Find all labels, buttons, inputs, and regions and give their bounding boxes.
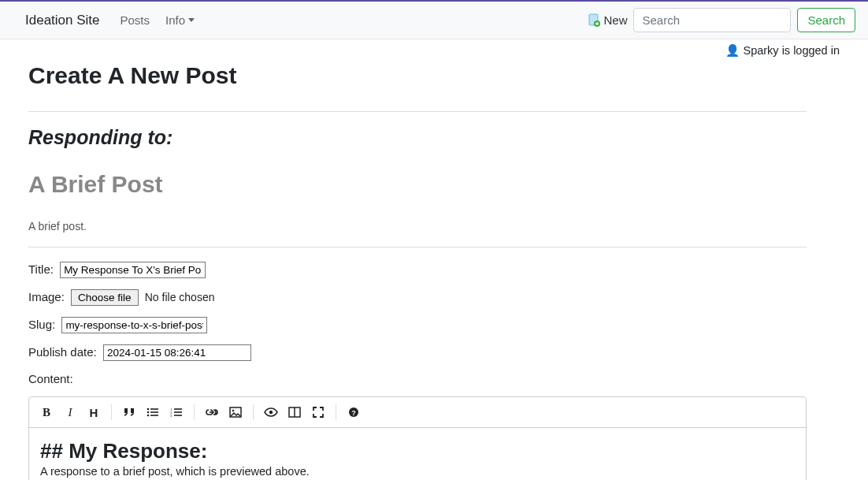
login-text: Sparky is logged in xyxy=(743,44,840,57)
content-label: Content: xyxy=(28,372,73,385)
editor-textarea[interactable]: ## My Response: A response to a brief po… xyxy=(29,428,806,480)
svg-point-3 xyxy=(147,411,150,414)
navbar: Ideation Site Posts Info New Search xyxy=(0,2,868,39)
publish-row: Publish date: xyxy=(28,344,807,361)
responding-label: Responding to: xyxy=(28,126,807,149)
bold-button[interactable]: B xyxy=(35,402,57,422)
choose-file-button[interactable]: Choose file xyxy=(71,289,139,306)
fullscreen-button[interactable] xyxy=(307,402,329,422)
preview-button[interactable] xyxy=(260,402,282,422)
title-label: Title: xyxy=(28,262,54,276)
main-container: Create A New Post Responding to: A Brief… xyxy=(0,62,835,480)
editor-line-body: A response to a brief post, which is pre… xyxy=(40,465,795,478)
svg-rect-13 xyxy=(174,415,182,416)
unordered-list-button[interactable] xyxy=(142,402,164,422)
nav-posts[interactable]: Posts xyxy=(113,9,158,32)
toolbar-separator xyxy=(253,404,254,420)
slug-label: Slug: xyxy=(28,318,55,331)
slug-input[interactable] xyxy=(61,317,207,333)
toolbar-separator xyxy=(111,404,112,420)
nav-info-label: Info xyxy=(165,13,185,27)
new-post-link[interactable]: New xyxy=(588,13,627,28)
user-icon: 👤 xyxy=(725,44,740,57)
svg-point-2 xyxy=(147,408,150,411)
slug-row: Slug: xyxy=(28,317,807,333)
svg-point-16 xyxy=(232,410,235,412)
svg-text:3: 3 xyxy=(170,414,172,418)
svg-text:?: ? xyxy=(351,409,356,417)
quote-button[interactable] xyxy=(118,402,140,422)
svg-rect-12 xyxy=(174,411,182,413)
toolbar-separator xyxy=(194,404,195,420)
link-button[interactable] xyxy=(201,402,223,422)
svg-rect-5 xyxy=(150,408,158,410)
image-button[interactable] xyxy=(224,402,247,422)
login-status: 👤 Sparky is logged in xyxy=(0,39,868,58)
svg-rect-6 xyxy=(150,411,158,413)
brand[interactable]: Ideation Site xyxy=(25,13,100,28)
chevron-down-icon xyxy=(188,18,195,22)
help-button[interactable]: ? xyxy=(343,402,365,422)
heading-button[interactable]: H xyxy=(83,402,105,422)
nav-info-dropdown[interactable]: Info xyxy=(158,9,202,32)
svg-point-17 xyxy=(269,411,273,414)
navbar-right: New Search xyxy=(588,8,855,32)
publish-date-input[interactable] xyxy=(103,344,251,361)
image-label: Image: xyxy=(28,290,65,303)
new-label: New xyxy=(603,13,627,27)
responding-excerpt: A brief post. xyxy=(28,220,807,233)
ordered-list-button[interactable]: 123 xyxy=(165,402,187,422)
svg-point-4 xyxy=(147,415,150,417)
content-row: Content: xyxy=(28,372,807,385)
editor-line-heading: ## My Response: xyxy=(40,439,795,463)
italic-button[interactable]: I xyxy=(59,402,81,422)
divider xyxy=(28,247,807,247)
divider xyxy=(28,111,807,112)
svg-rect-7 xyxy=(150,415,158,416)
new-page-icon xyxy=(588,13,601,28)
search-input[interactable] xyxy=(633,8,791,32)
search-button[interactable]: Search xyxy=(797,8,855,32)
publish-label: Publish date: xyxy=(28,345,97,359)
editor: B I H 123 xyxy=(28,396,807,480)
page-title: Create A New Post xyxy=(28,62,807,89)
title-input[interactable] xyxy=(60,262,206,278)
file-status: No file chosen xyxy=(145,291,215,303)
responding-post-title: A Brief Post xyxy=(28,171,807,198)
side-by-side-button[interactable] xyxy=(284,402,306,422)
image-row: Image: Choose file No file chosen xyxy=(28,289,807,306)
editor-toolbar: B I H 123 xyxy=(29,397,806,428)
svg-rect-11 xyxy=(174,408,182,410)
title-row: Title: xyxy=(28,262,807,278)
toolbar-separator xyxy=(336,404,336,420)
